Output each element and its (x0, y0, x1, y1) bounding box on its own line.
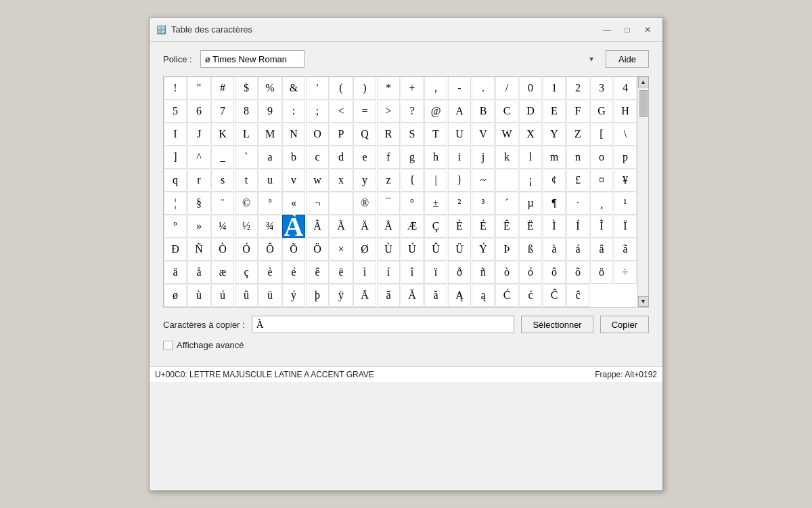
char-cell[interactable]: Ð (164, 238, 187, 261)
char-cell[interactable]: ² (448, 192, 471, 215)
char-cell[interactable]: G (590, 100, 613, 123)
char-cell[interactable]: : (282, 100, 305, 123)
char-cell[interactable]: ā (377, 284, 400, 307)
char-cell[interactable]: Â (306, 215, 329, 238)
char-cell[interactable]: µ (519, 192, 542, 215)
char-cell[interactable]: ú (211, 284, 234, 307)
char-cell[interactable]: ć (519, 284, 542, 307)
char-cell[interactable]: Û (424, 238, 447, 261)
char-cell[interactable]: ] (164, 146, 187, 169)
char-cell[interactable]: b (282, 146, 305, 169)
char-cell[interactable]: - (448, 77, 471, 100)
char-cell[interactable]: å (187, 261, 210, 284)
char-cell[interactable]: Ï (614, 215, 637, 238)
char-cell[interactable]: Å (377, 215, 400, 238)
char-cell[interactable]: * (377, 77, 400, 100)
char-cell[interactable]: ^ (187, 146, 210, 169)
char-cell[interactable]: û (235, 284, 258, 307)
char-cell[interactable]: ß (519, 238, 542, 261)
char-cell[interactable]: " (187, 77, 210, 100)
char-cell[interactable]: y (353, 169, 376, 192)
char-cell[interactable]: U (448, 123, 471, 146)
char-cell[interactable]: Ñ (187, 238, 210, 261)
char-cell[interactable]: Ò (211, 238, 234, 261)
char-cell[interactable]: 9 (258, 100, 281, 123)
char-cell[interactable]: ö (590, 261, 613, 284)
char-cell[interactable]: Ã (330, 215, 353, 238)
char-cell[interactable]: Ý (472, 238, 495, 261)
char-cell[interactable]: # (211, 77, 234, 100)
char-cell[interactable]: I (164, 123, 187, 146)
char-cell[interactable]: Ü (448, 238, 471, 261)
char-cell[interactable]: Þ (495, 238, 518, 261)
char-cell[interactable]: S (401, 123, 424, 146)
char-cell[interactable]: 5 (164, 100, 187, 123)
char-cell[interactable]: Ù (377, 238, 400, 261)
char-cell[interactable]: + (401, 77, 424, 100)
char-cell[interactable]: L (235, 123, 258, 146)
char-cell[interactable]: V (472, 123, 495, 146)
char-cell[interactable]: Æ (401, 215, 424, 238)
char-cell[interactable]: è (258, 261, 281, 284)
char-cell[interactable]: ¦ (164, 192, 187, 215)
char-cell[interactable]: ÿ (330, 284, 353, 307)
font-select[interactable]: ø Times New Roman (200, 50, 304, 68)
char-cell[interactable]: < (330, 100, 353, 123)
char-cell[interactable]: A (448, 100, 471, 123)
char-cell[interactable]: Ć (495, 284, 518, 307)
char-cell[interactable]: $ (235, 77, 258, 100)
char-cell[interactable]: ì (353, 261, 376, 284)
char-cell[interactable]: ½ (235, 215, 258, 238)
char-cell[interactable]: ó (519, 261, 542, 284)
char-cell[interactable]: v (282, 169, 305, 192)
char-cell[interactable]: ¯ (377, 192, 400, 215)
char-cell[interactable]: Ì (543, 215, 566, 238)
char-cell[interactable]: ¹ (614, 192, 637, 215)
char-cell[interactable]: é (282, 261, 305, 284)
char-cell[interactable]: ¾ (258, 215, 281, 238)
char-cell[interactable]: ¶ (543, 192, 566, 215)
aide-button[interactable]: Aide (606, 50, 649, 68)
char-cell[interactable]: ù (187, 284, 210, 307)
char-cell[interactable]: î (401, 261, 424, 284)
char-cell[interactable]: Z (566, 123, 589, 146)
char-cell[interactable]: ë (330, 261, 353, 284)
minimize-button[interactable]: — (597, 23, 616, 37)
char-cell[interactable]: ï (424, 261, 447, 284)
char-cell[interactable]: N (282, 123, 305, 146)
char-cell[interactable]: ' (306, 77, 329, 100)
char-cell[interactable]: ð (448, 261, 471, 284)
char-cell[interactable]: Ą (448, 284, 471, 307)
char-cell[interactable]: / (495, 77, 518, 100)
scrollbar-track[interactable] (639, 87, 648, 296)
char-cell[interactable]: Ó (235, 238, 258, 261)
char-cell[interactable]: Ç (424, 215, 447, 238)
char-cell[interactable]: ç (235, 261, 258, 284)
char-cell[interactable]: | (424, 169, 447, 192)
char-cell[interactable]: 2 (566, 77, 589, 100)
maximize-button[interactable]: □ (618, 23, 637, 37)
char-cell[interactable]: à (543, 238, 566, 261)
char-cell[interactable]: í (377, 261, 400, 284)
char-cell[interactable]: ã (614, 238, 637, 261)
char-cell[interactable]: i (448, 146, 471, 169)
char-cell[interactable]: ÷ (614, 261, 637, 284)
char-cell[interactable]: , (424, 77, 447, 100)
char-cell[interactable] (495, 169, 518, 192)
char-cell[interactable]: a (258, 146, 281, 169)
char-cell[interactable]: Ä (353, 215, 376, 238)
char-cell[interactable]: ` (235, 146, 258, 169)
char-cell[interactable]: o (590, 146, 613, 169)
char-cell[interactable]: \ (614, 123, 637, 146)
char-cell[interactable]: ¤ (590, 169, 613, 192)
char-cell[interactable]: º (164, 215, 187, 238)
char-cell[interactable]: ô (543, 261, 566, 284)
char-cell[interactable]: Ĉ (543, 284, 566, 307)
char-cell[interactable]: ° (401, 192, 424, 215)
char-cell[interactable]: F (566, 100, 589, 123)
char-cell[interactable]: É (472, 215, 495, 238)
char-cell[interactable]: u (258, 169, 281, 192)
char-cell[interactable]: þ (306, 284, 329, 307)
char-cell[interactable]: T (424, 123, 447, 146)
char-cell[interactable]: ³ (472, 192, 495, 215)
